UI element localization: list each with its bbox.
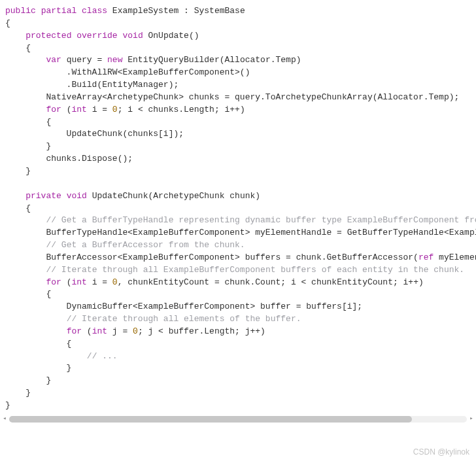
comment-ellipsis: // ... xyxy=(87,351,118,361)
kw-new: new xyxy=(107,55,122,65)
kw-override: override xyxy=(76,31,117,41)
code-block: public partial class ExampleSystem : Sys… xyxy=(0,0,476,415)
num-zero: 0 xyxy=(112,277,118,287)
scroll-left-arrow-icon[interactable]: ◂ xyxy=(1,416,8,423)
brace-close: } xyxy=(5,388,31,398)
kw-protected: protected xyxy=(26,31,71,41)
dispose-call: chunks.Dispose(); xyxy=(5,154,133,164)
kw-void: void xyxy=(67,191,87,201)
scroll-track[interactable] xyxy=(9,416,467,423)
kw-class: class xyxy=(82,6,107,16)
kw-int: int xyxy=(92,326,107,336)
method-updatechunk: UpdateChunk(ArchetypeChunk chunk) xyxy=(87,191,260,201)
scroll-thumb[interactable] xyxy=(9,416,412,423)
comment-bufferaccessor: // Get a BufferAccessor from the chunk. xyxy=(46,240,245,250)
num-zero: 0 xyxy=(133,326,138,336)
buffertypehandle-decl: BufferTypeHandle<ExampleBufferComponent>… xyxy=(5,228,476,237)
build-call: .Build(EntityManager); xyxy=(5,80,178,90)
brace-open: { xyxy=(5,339,71,349)
withallrw-call: .WithAllRW<ExampleBufferComponent>() xyxy=(5,67,250,77)
kw-int: int xyxy=(71,105,86,114)
brace-open: { xyxy=(5,18,10,28)
kw-int: int xyxy=(71,277,86,287)
kw-for: for xyxy=(67,326,82,336)
kw-private: private xyxy=(26,191,61,201)
brace-open: { xyxy=(5,117,51,127)
nativearray-decl: NativeArray<ArchetypeChunk> chunks = que… xyxy=(5,92,459,102)
comment-iterate-elements: // Iterate through all elements of the b… xyxy=(67,314,301,324)
brace-open: { xyxy=(5,43,31,53)
brace-close: } xyxy=(5,166,31,176)
kw-ref: ref xyxy=(418,252,434,262)
kw-public: public xyxy=(5,6,36,16)
kw-for: for xyxy=(46,105,61,114)
kw-for: for xyxy=(46,277,61,287)
kw-partial: partial xyxy=(41,6,77,16)
brace-close: } xyxy=(5,141,51,151)
query-builder: EntityQueryBuilder(Allocator.Temp) xyxy=(122,55,301,65)
brace-close: } xyxy=(5,363,71,373)
bufferaccessor-decl-a: BufferAccessor<ExampleBufferComponent> b… xyxy=(5,252,418,262)
comment-iterate-buffers: // Iterate through all ExampleBufferComp… xyxy=(46,265,464,275)
horizontal-scrollbar[interactable]: ◂ ▸ xyxy=(0,415,476,424)
updatechunk-call: UpdateChunk(chunks[i]); xyxy=(5,129,184,139)
kw-var: var xyxy=(46,55,61,65)
brace-open: { xyxy=(5,289,51,299)
num-zero: 0 xyxy=(112,105,118,114)
comment-buffertypehandle: // Get a BufferTypeHandle representing d… xyxy=(46,215,476,225)
brace-open: { xyxy=(5,203,31,213)
scroll-right-arrow-icon[interactable]: ▸ xyxy=(468,416,475,423)
method-onupdate: OnUpdate() xyxy=(143,31,199,41)
dynamicbuffer-decl: DynamicBuffer<ExampleBufferComponent> bu… xyxy=(5,302,362,311)
class-decl: ExampleSystem : SystemBase xyxy=(107,6,245,16)
brace-close: } xyxy=(5,375,51,385)
brace-close: } xyxy=(5,400,10,410)
kw-void: void xyxy=(122,31,143,41)
